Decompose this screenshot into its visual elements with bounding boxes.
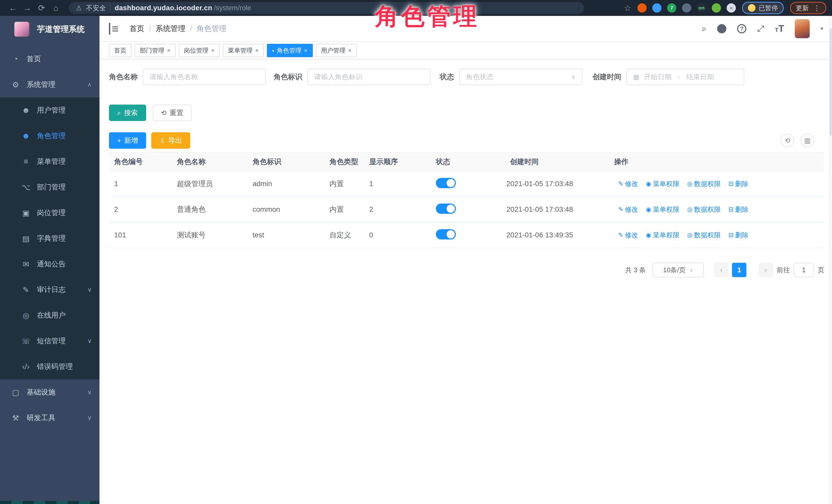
column-header: 角色编号 <box>114 157 177 167</box>
extension-icon[interactable] <box>712 3 721 12</box>
edit-link[interactable]: ✎修改 <box>618 180 638 188</box>
page-tab[interactable]: 用户管理 × <box>316 44 357 57</box>
column-settings-icon[interactable]: ▥ <box>801 134 814 147</box>
extension-icon[interactable]: on <box>697 3 706 12</box>
sidebar-item[interactable]: ▢ 基础设施 ∨ <box>0 379 100 405</box>
extension-icon[interactable]: 7 <box>667 3 676 12</box>
sidebar-item[interactable]: ‹/› 错误码管理 <box>0 354 100 379</box>
menu-label: 菜单管理 <box>37 157 66 166</box>
column-header: 角色标识 <box>253 157 330 167</box>
status-toggle[interactable] <box>436 204 456 214</box>
github-icon[interactable] <box>717 24 726 33</box>
home-icon[interactable]: ⌂ <box>49 3 63 13</box>
breadcrumb-separator: / <box>190 25 192 33</box>
tab-close-icon[interactable]: × <box>304 47 308 54</box>
help-icon[interactable]: ? <box>737 24 746 33</box>
menu-permission-link[interactable]: ◉菜单权限 <box>646 180 679 188</box>
menu-label: 通知公告 <box>37 259 66 269</box>
delete-link[interactable]: ⊟删除 <box>728 231 748 240</box>
current-page-button[interactable]: 1 <box>732 263 746 277</box>
sidebar-item[interactable]: ▣ 岗位管理 <box>0 200 100 226</box>
user-avatar[interactable] <box>795 19 810 38</box>
role-key-field <box>307 69 431 85</box>
sidebar-item[interactable]: ☻ 用户管理 <box>0 98 100 123</box>
extension-icon[interactable]: ★ <box>727 3 736 12</box>
page-tab[interactable]: 菜单管理 × <box>223 44 264 57</box>
address-bar[interactable]: ⚠ 不安全 dashboard.yudao.iocoder.cn /system… <box>69 2 584 14</box>
reset-button[interactable]: ⟲ 重置 <box>153 105 192 121</box>
scrollbar-thumb[interactable] <box>830 28 832 136</box>
page-tab[interactable]: 岗位管理 × <box>179 44 220 57</box>
prev-page-button[interactable]: ‹ <box>714 263 728 277</box>
page-scrollbar[interactable] <box>829 16 832 504</box>
data-permission-link[interactable]: ◎数据权限 <box>687 180 721 188</box>
edit-link[interactable]: ✎修改 <box>618 205 638 214</box>
chevron-icon: ∨ <box>87 337 92 345</box>
data-permission-link[interactable]: ◎数据权限 <box>687 231 721 240</box>
status-select[interactable]: 角色状态 ∨ <box>459 69 582 85</box>
data-permission-icon: ◎ <box>687 206 693 213</box>
pagination: 共 3 条 10条/页 ∨ ‹ 1 › 前往 页 <box>109 263 824 277</box>
sidebar-item[interactable]: ⚙ 系统管理 ∧ <box>0 72 100 98</box>
avatar-caret-icon[interactable]: ▾ <box>821 25 823 32</box>
forward-icon[interactable]: → <box>20 3 34 13</box>
menu-label: 错误码管理 <box>37 362 73 371</box>
next-page-button[interactable]: › <box>759 263 773 277</box>
tab-close-icon[interactable]: × <box>255 47 259 54</box>
role-key-input[interactable] <box>314 73 424 81</box>
status-toggle[interactable] <box>436 229 456 239</box>
sidebar-item[interactable]: ☻ 角色管理 <box>0 123 100 149</box>
extension-icon[interactable] <box>638 3 647 12</box>
back-icon[interactable]: ← <box>6 3 20 13</box>
export-button[interactable]: ⇩ 导出 <box>151 132 190 149</box>
sidebar-item[interactable]: ⌥ 部门管理 <box>0 174 100 200</box>
sidebar-item[interactable]: ◔ 首页 <box>0 46 100 72</box>
browser-menu-icon[interactable]: ⋮ <box>813 4 821 12</box>
delete-link[interactable]: ⊟删除 <box>728 205 748 214</box>
add-button[interactable]: + 新增 <box>109 132 146 149</box>
page-tab[interactable]: 部门管理 × <box>135 44 176 57</box>
page-tab[interactable]: ● 角色管理 × <box>267 44 313 57</box>
tab-label: 部门管理 <box>140 46 164 55</box>
sidebar-item[interactable]: ⚒ 研发工具 ∨ <box>0 405 100 431</box>
font-size-icon[interactable]: TT <box>775 23 784 34</box>
hamburger-icon[interactable]: ≡ <box>109 23 119 35</box>
tab-close-icon[interactable]: × <box>211 47 215 54</box>
roles-table: 角色编号角色名称角色标识角色类型显示顺序状态创建时间操作 1 超级管理员 adm… <box>109 152 824 248</box>
date-range-picker[interactable]: ▦ 开始日期 - 结束日期 <box>626 69 744 85</box>
tab-close-icon[interactable]: × <box>167 47 171 54</box>
browser-update-button[interactable]: 更新 ⋮ <box>790 2 826 14</box>
menu-icon: ◎ <box>20 311 32 320</box>
tab-close-icon[interactable]: × <box>348 47 352 54</box>
cell-display-order: 2 <box>369 205 436 214</box>
menu-permission-link[interactable]: ◉菜单权限 <box>646 231 679 240</box>
sidebar-item[interactable]: ✎ 审计日志 ∨ <box>0 277 100 302</box>
paused-extension-pill[interactable]: 已暂停 <box>742 2 784 14</box>
sidebar-item[interactable]: ✉ 通知公告 <box>0 251 100 277</box>
reload-icon[interactable]: ⟳ <box>34 3 49 13</box>
search-icon[interactable]: ⌕ <box>702 24 706 34</box>
breadcrumb-system[interactable]: 系统管理 <box>156 24 185 34</box>
menu-permission-link[interactable]: ◉菜单权限 <box>646 205 679 214</box>
data-permission-link[interactable]: ◎数据权限 <box>687 205 721 214</box>
status-toggle[interactable] <box>436 178 456 188</box>
breadcrumb-home[interactable]: 首页 <box>129 24 144 34</box>
refresh-tool-icon[interactable]: ⟲ <box>781 134 794 147</box>
goto-page-input[interactable] <box>794 263 814 277</box>
cell-role-key: test <box>253 231 330 239</box>
edit-link[interactable]: ✎修改 <box>618 231 638 240</box>
sidebar-item[interactable]: ▤ 字典管理 <box>0 226 100 251</box>
page-tab[interactable]: 首页 <box>109 44 132 57</box>
bookmark-star-icon[interactable]: ☆ <box>624 3 631 13</box>
extension-icon[interactable] <box>652 3 661 12</box>
delete-link[interactable]: ⊟删除 <box>728 180 748 188</box>
sidebar-item[interactable]: ◎ 在线用户 <box>0 302 100 328</box>
sidebar-item[interactable]: ☏ 短信管理 ∨ <box>0 328 100 354</box>
page-size-select[interactable]: 10条/页 ∨ <box>652 263 704 277</box>
role-name-input[interactable] <box>150 73 259 81</box>
cell-created-time: 2021-01-05 17:03:48 <box>506 205 614 214</box>
sidebar-item[interactable]: ≡ 菜单管理 <box>0 149 100 174</box>
extension-icon[interactable] <box>682 3 691 12</box>
fullscreen-icon[interactable]: ⤢ <box>757 24 764 34</box>
search-button[interactable]: ⌕ 搜索 <box>109 105 146 121</box>
